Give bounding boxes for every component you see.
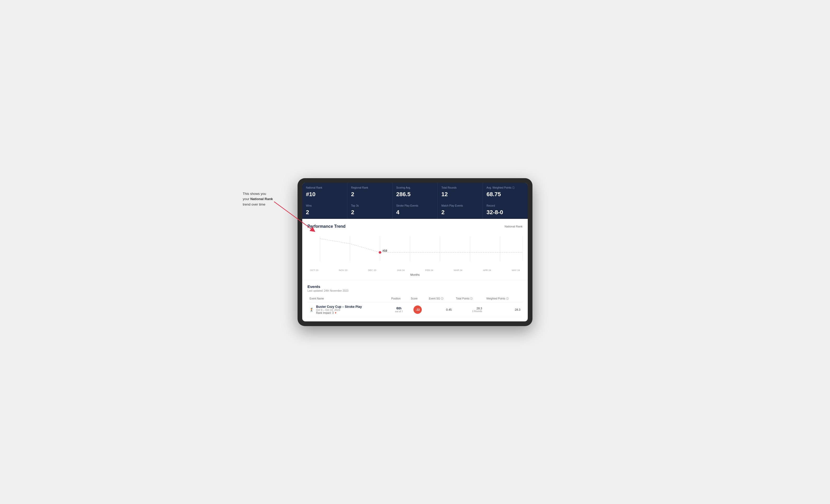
table-row: 🏌 Buster Cozy Cup – Stroke Play Oct 9 – … <box>308 302 522 317</box>
col-total-points: Total Points ⓘ <box>454 295 484 302</box>
score-badge: -22 <box>413 305 422 314</box>
col-event-name: Event Name <box>308 295 389 302</box>
stat-stroke-play: Stroke Play Events 4 <box>392 201 438 219</box>
x-label-nov23: NOV 23 <box>339 269 347 272</box>
events-table: Event Name Position Score Event SG ⓘ <box>308 295 522 317</box>
table-header-row: Event Name Position Score Event SG ⓘ <box>308 295 522 302</box>
annotation-line1: This shows you <box>243 192 266 196</box>
annotation: This shows you your National Rank trend … <box>243 191 273 207</box>
svg-text:#10: #10 <box>382 249 387 252</box>
annotation-arrow <box>274 196 334 238</box>
chart-svg: #10 <box>308 233 522 267</box>
x-label-feb24: FEB 24 <box>425 269 433 272</box>
stats-row-2: Wins 2 Top 3s 2 Stroke Play Events 4 Mat… <box>302 201 528 219</box>
stat-scoring-avg: Scoring Avg. 286.5 <box>392 183 438 201</box>
stat-avg-weighted: Avg. Weighted Points ⓘ 68.75 <box>483 183 528 201</box>
stat-top3s: Top 3s 2 <box>347 201 392 219</box>
svg-line-1 <box>274 202 313 230</box>
performance-chart: #10 <box>308 233 522 267</box>
x-label-may24: MAY 24 <box>512 269 520 272</box>
event-date: Oct 9 – Oct 10, 2023 <box>316 309 362 311</box>
event-position: 6th out of 7 <box>389 302 409 317</box>
weighted-points: 28.3 <box>484 302 522 317</box>
annotation-bold: National Rank <box>250 197 273 201</box>
events-last-updated: Last updated: 24th November 2023 <box>308 289 522 292</box>
event-name-cell: 🏌 Buster Cozy Cup – Stroke Play Oct 9 – … <box>308 302 389 317</box>
rank-impact-arrow: ▼ <box>334 311 337 314</box>
performance-header: Performance Trend National Rank <box>308 224 522 229</box>
event-icon: 🏌 <box>310 308 314 312</box>
x-label-oct23: OCT 23 <box>310 269 318 272</box>
stat-record: Record 32-8-0 <box>483 201 528 219</box>
col-event-sg: Event SG ⓘ <box>427 295 454 302</box>
event-score: -22 <box>409 302 427 317</box>
annotation-line3: trend over time <box>243 202 265 206</box>
tablet-screen: National Rank #10 Regional Rank 2 Scorin… <box>302 183 528 322</box>
total-points: 28.3 3 Rounds <box>454 302 484 317</box>
rank-label: National Rank <box>505 225 522 228</box>
performance-section: Performance Trend National Rank <box>302 219 528 280</box>
x-label-mar24: MAR 24 <box>454 269 462 272</box>
col-weighted-points: Weighted Points ⓘ <box>484 295 522 302</box>
x-label-apr24: APR 24 <box>483 269 491 272</box>
col-position: Position <box>389 295 409 302</box>
event-info: Buster Cozy Cup – Stroke Play Oct 9 – Oc… <box>316 305 362 314</box>
chart-months-label: Months <box>308 273 522 276</box>
chart-x-labels: OCT 23 NOV 23 DEC 23 JAN 24 FEB 24 MAR 2… <box>308 269 522 272</box>
stat-regional-rank: Regional Rank 2 <box>347 183 392 201</box>
annotation-line2: your <box>243 197 250 201</box>
stat-match-play: Match Play Events 2 <box>438 201 483 219</box>
event-name: Buster Cozy Cup – Stroke Play <box>316 305 362 309</box>
events-title: Events <box>308 284 522 289</box>
x-label-dec23: DEC 23 <box>368 269 376 272</box>
events-section: Events Last updated: 24th November 2023 … <box>302 280 528 322</box>
stat-total-rounds: Total Rounds 12 <box>438 183 483 201</box>
x-label-jan24: JAN 24 <box>397 269 405 272</box>
svg-point-10 <box>379 251 381 254</box>
event-sg: 0.45 <box>427 302 454 317</box>
stats-row-1: National Rank #10 Regional Rank 2 Scorin… <box>302 183 528 201</box>
col-score: Score <box>409 295 427 302</box>
event-rank-impact: Rank Impact: 3 ▼ <box>316 311 362 314</box>
